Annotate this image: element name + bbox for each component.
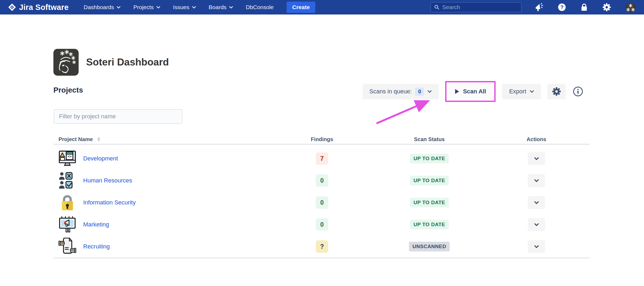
page-title: Soteri Dashboard	[86, 57, 169, 68]
table-row: Human Resources 0 UP TO DATE	[54, 170, 590, 192]
row-actions-button[interactable]	[528, 240, 545, 253]
chevron-down-icon	[229, 6, 233, 9]
row-actions-button[interactable]	[528, 196, 545, 209]
help-icon[interactable]: ?	[558, 3, 566, 12]
chevron-down-icon	[156, 6, 160, 9]
search-icon	[434, 4, 440, 10]
brand-name: Jira Software	[19, 3, 69, 12]
people-checklist-icon	[58, 172, 76, 189]
column-header-actions: Actions	[483, 136, 590, 142]
project-link[interactable]: Recruiting	[83, 243, 110, 250]
page: Jira Software Dashboards Projects Issues…	[0, 0, 644, 286]
row-actions-button[interactable]	[528, 218, 545, 231]
table-row: Information Security 0 UP TO DATE	[54, 192, 590, 214]
lock-icon[interactable]	[580, 3, 588, 12]
nav-item-boards[interactable]: Boards	[209, 4, 233, 10]
findings-badge: 0	[316, 174, 328, 187]
chevron-down-icon	[117, 6, 120, 9]
scans-in-queue-button[interactable]: Scans in queue: 0	[363, 84, 439, 99]
nav-item-issues[interactable]: Issues	[173, 4, 196, 10]
soteri-logo-icon	[53, 49, 79, 76]
info-button[interactable]	[572, 84, 584, 99]
nav-item-projects[interactable]: Projects	[133, 4, 160, 10]
scan-all-button[interactable]: Scan All	[448, 84, 493, 99]
play-icon	[455, 89, 459, 94]
project-link[interactable]: Marketing	[83, 221, 109, 228]
column-header-scan-status: Scan Status	[376, 136, 483, 142]
info-icon	[573, 86, 583, 97]
projects-toolbar: Scans in queue: 0 Scan All Export	[363, 81, 584, 102]
table-row: Recruiting ? UNSCANNED	[54, 236, 590, 258]
chevron-down-icon	[530, 90, 534, 93]
create-button[interactable]: Create	[287, 2, 315, 13]
row-actions-button[interactable]	[528, 152, 545, 165]
svg-text:{..}: {..}	[60, 157, 65, 160]
status-badge: UP TO DATE	[410, 198, 449, 207]
project-link[interactable]: Human Resources	[83, 177, 132, 184]
nav-item-dashboards[interactable]: Dashboards	[84, 4, 120, 10]
avatar[interactable]	[625, 2, 636, 13]
chevron-down-icon	[534, 179, 539, 182]
findings-badge: 0	[316, 218, 328, 231]
padlock-icon	[58, 194, 76, 211]
status-badge: UP TO DATE	[410, 154, 449, 163]
nav-item-dbconsole[interactable]: DbConsole	[246, 4, 274, 10]
findings-badge: 0	[316, 196, 328, 209]
project-filter-input[interactable]	[54, 109, 182, 124]
navbar-search[interactable]	[430, 2, 522, 12]
project-link[interactable]: Information Security	[83, 199, 136, 206]
svg-text:?: ?	[560, 4, 564, 10]
scans-in-queue-count: 0	[415, 87, 424, 96]
nav-menu: Dashboards Projects Issues Boards DbCons…	[84, 4, 274, 10]
table-row: {..} <> Development 7 UP TO DATE	[54, 148, 590, 170]
chevron-down-icon	[427, 90, 432, 93]
computer-code-icon: {..} <>	[58, 150, 76, 167]
scans-in-queue-label: Scans in queue:	[369, 88, 412, 95]
project-link[interactable]: Development	[83, 155, 118, 162]
gear-icon[interactable]	[602, 3, 611, 12]
status-badge: UP TO DATE	[410, 220, 449, 229]
findings-badge: ?	[316, 240, 328, 253]
billboard-icon	[58, 216, 76, 233]
chevron-down-icon	[534, 157, 539, 160]
document-hands-icon	[58, 238, 76, 255]
row-actions-button[interactable]	[528, 174, 545, 187]
settings-gear-button[interactable]	[547, 84, 566, 99]
svg-text:<>: <>	[68, 155, 72, 158]
megaphone-icon[interactable]	[535, 3, 544, 12]
findings-badge: 7	[316, 152, 328, 165]
navbar-icons: ?	[535, 2, 636, 13]
page-header: Soteri Dashboard	[53, 49, 169, 76]
chevron-down-icon	[192, 6, 196, 9]
table-body: {..} <> Development 7 UP TO DATE	[54, 145, 590, 258]
status-badge: UP TO DATE	[410, 176, 449, 185]
table-header: Project Name Findings Scan Status Action…	[54, 135, 590, 145]
chevron-down-icon	[534, 201, 539, 204]
projects-heading: Projects	[53, 86, 83, 94]
column-header-findings: Findings	[268, 136, 376, 142]
sort-icon[interactable]	[97, 137, 100, 141]
search-input[interactable]	[442, 4, 518, 10]
scan-all-highlight-box: Scan All	[445, 81, 496, 102]
projects-table: Project Name Findings Scan Status Action…	[54, 135, 590, 258]
table-row: Marketing 0 UP TO DATE	[54, 214, 590, 236]
jira-logo[interactable]: Jira Software	[8, 3, 69, 12]
top-navbar: Jira Software Dashboards Projects Issues…	[0, 0, 644, 14]
chevron-down-icon	[534, 245, 539, 248]
gear-icon	[552, 87, 561, 96]
chevron-down-icon	[534, 223, 539, 226]
column-header-project-name[interactable]: Project Name	[54, 136, 268, 142]
status-badge: UNSCANNED	[409, 242, 450, 251]
export-button[interactable]: Export	[502, 84, 541, 99]
jira-diamond-icon	[8, 3, 16, 11]
